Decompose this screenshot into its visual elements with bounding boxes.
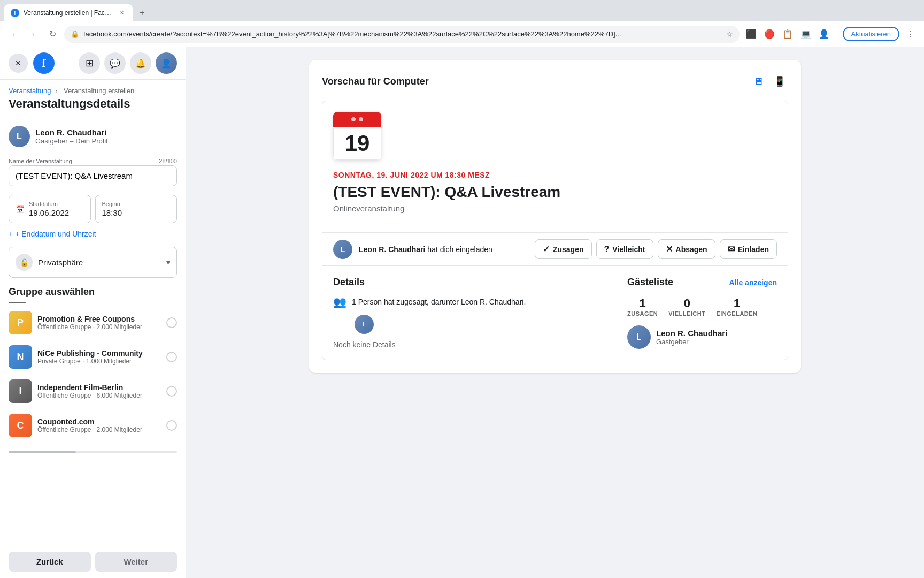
back-button[interactable]: ‹ [6, 27, 21, 42]
breadcrumb-current: Veranstaltung erstellen [64, 87, 134, 95]
page-title: Veranstaltungsdetails [0, 95, 186, 119]
preview-view-icons: 🖥 📱 [750, 73, 788, 90]
toolbar-actions: ⬛ 🔴 📋 💻 👤 Aktualisieren ⋮ [744, 27, 918, 42]
reload-button[interactable]: ↻ [45, 27, 60, 42]
group-name-coupon: Couponted.com [37, 417, 161, 426]
event-details-row: Details 👥 1 Person hat zugesagt, darunte… [322, 266, 788, 360]
tab-favicon: f [11, 9, 19, 17]
group-name-promotion: Promotion & Free Coupons [37, 315, 161, 323]
privacy-text: Privatsphäre [38, 258, 161, 267]
show-all-link[interactable]: Alle anzeigen [729, 278, 777, 287]
guest-panel-title: Gästeliste [627, 277, 673, 288]
host-bar-avatar: L [333, 240, 352, 259]
back-button[interactable]: Zurück [9, 552, 91, 572]
guest-panel-header: Gästeliste Alle anzeigen [627, 277, 777, 288]
radio-coupon[interactable] [166, 420, 177, 431]
main-layout: × f ⊞ 💬 🔔 👤 [0, 47, 924, 578]
event-name-label: Name der Veranstaltung [9, 158, 72, 164]
start-date-field[interactable]: 📅 Startdatum 19.06.2022 [9, 195, 91, 223]
einladen-button[interactable]: ✉ Einladen [720, 239, 777, 259]
zusagen-button[interactable]: ✓ Zusagen [535, 239, 592, 259]
host-bar-text: Leon R. Chaudhari hat dich eingeladen [359, 245, 528, 254]
checkmark-icon: ✓ [543, 244, 550, 254]
end-date-label: + Enddatum und Uhrzeit [15, 230, 96, 238]
host-info: L Leon R. Chaudhari Gastgeber – Dein Pro… [0, 119, 186, 154]
radio-nice[interactable] [166, 352, 177, 362]
extensions-icon[interactable]: 🔴 [762, 27, 777, 42]
event-preview-card: 19 SONNTAG, 19. JUNI 2022 UM 18:30 MESZ … [322, 101, 788, 360]
next-button[interactable]: Weiter [95, 552, 178, 572]
desktop-view-btn[interactable]: 🖥 [750, 73, 767, 90]
plus-icon: + [9, 230, 13, 238]
browser-tab-bar: f Veranstaltung erstellen | Face... × + [0, 0, 924, 21]
guest-panel: Gästeliste Alle anzeigen 1 ZUSAGEN 0 VIE… [627, 277, 777, 349]
event-type: Onlineveranstaltung [333, 204, 777, 213]
preview-title: Vorschau für Computer [322, 76, 429, 87]
preview-header: Vorschau für Computer 🖥 📱 [322, 73, 788, 90]
grid-icon-btn[interactable]: ⊞ [79, 52, 100, 74]
radio-promotion[interactable] [166, 317, 177, 328]
menu-icon[interactable]: ⋮ [903, 27, 918, 42]
new-tab-button[interactable]: + [135, 5, 150, 20]
eingeladen-stat: 1 EINGELADEN [716, 296, 757, 317]
scroll-indicator [9, 451, 177, 453]
tab-close-btn[interactable]: × [118, 9, 126, 17]
vielleicht-button[interactable]: ? Vielleicht [596, 239, 653, 259]
calendar-icon-top [333, 112, 381, 127]
guest-stats: 1 ZUSAGEN 0 VIELLEICHT 1 EINGELADEN [627, 296, 777, 317]
screenshot-icon[interactable]: ⬛ [744, 27, 759, 42]
host-avatar: L [9, 126, 30, 147]
details-panel: Details 👥 1 Person hat zugesagt, darunte… [333, 277, 617, 349]
group-name-film: Independent Film-Berlin [37, 383, 161, 392]
start-time-value: 18:30 [102, 208, 171, 217]
guest-name: Leon R. Chaudhari [656, 329, 727, 338]
zusagen-label: ZUSAGEN [627, 310, 658, 317]
group-thumbnail-coupon: C [9, 414, 32, 437]
radio-film[interactable] [166, 386, 177, 397]
event-info-section: SONNTAG, 19. JUNI 2022 UM 18:30 MESZ (TE… [322, 171, 788, 232]
profile-switcher-icon[interactable]: 📋 [780, 27, 795, 42]
mobile-view-btn[interactable]: 📱 [771, 73, 788, 90]
question-icon: ? [604, 245, 610, 254]
group-item-promotion[interactable]: P Promotion & Free Coupons Öffentliche G… [0, 306, 186, 340]
group-select-title: Gruppe auswählen [0, 282, 186, 300]
breadcrumb-link-event[interactable]: Veranstaltung [9, 87, 51, 95]
browser-toolbar: ‹ › ↻ 🔒 facebook.com/events/create/?acon… [0, 21, 924, 47]
start-date-label: Startdatum [29, 201, 69, 207]
notification-icon: 🔔 [135, 58, 146, 69]
group-thumbnail-film: I [9, 379, 32, 403]
group-meta-promotion: Öffentliche Gruppe · 2.000 Mitglieder [37, 323, 161, 331]
forward-button[interactable]: › [26, 27, 41, 42]
start-time-label: Beginn [102, 201, 171, 207]
messenger-icon: 💬 [110, 58, 120, 69]
guest-role: Gastgeber [656, 338, 727, 346]
action-buttons: ✓ Zusagen ? Vielleicht ✕ Absagen ✉ [535, 239, 777, 259]
start-date-value: 19.06.2022 [29, 208, 69, 217]
eingeladen-num: 1 [716, 296, 757, 310]
calendar-icon: 📅 [16, 205, 25, 214]
address-bar[interactable]: 🔒 facebook.com/events/create/?acontext=%… [64, 26, 740, 43]
group-item-coupon[interactable]: C Couponted.com Öffentliche Gruppe · 2.0… [0, 408, 186, 443]
update-button[interactable]: Aktualisieren [843, 27, 899, 41]
messenger-icon-btn[interactable]: 💬 [104, 52, 126, 74]
privacy-dropdown[interactable]: 🔒 Privatsphäre ▾ [9, 247, 177, 278]
start-time-field[interactable]: Beginn 18:30 [95, 195, 178, 223]
details-person-row: 👥 1 Person hat zugesagt, darunter Leon R… [333, 295, 617, 308]
vielleicht-num: 0 [668, 296, 705, 310]
group-item-film[interactable]: I Independent Film-Berlin Öffentliche Gr… [0, 374, 186, 408]
event-name-input[interactable] [9, 165, 177, 186]
group-item-nice[interactable]: N NiCe Publishing - Community Private Gr… [0, 340, 186, 374]
toolbar-divider [837, 29, 837, 40]
browser-tab-active[interactable]: f Veranstaltung erstellen | Face... × [4, 4, 133, 21]
breadcrumb: Veranstaltung › Veranstaltung erstellen [0, 80, 186, 95]
group-meta-nice: Private Gruppe · 1.000 Mitglieder [37, 358, 161, 365]
grid-icon: ⊞ [86, 57, 94, 69]
tab-title: Veranstaltung erstellen | Face... [24, 9, 113, 17]
cast-icon[interactable]: 💻 [798, 27, 813, 42]
profile-icon[interactable]: 👤 [817, 27, 831, 42]
close-button[interactable]: × [9, 54, 28, 73]
end-date-link[interactable]: + + Enddatum und Uhrzeit [0, 227, 186, 242]
absagen-button[interactable]: ✕ Absagen [658, 239, 715, 259]
notification-icon-btn[interactable]: 🔔 [130, 52, 151, 74]
profile-icon-btn[interactable]: 👤 [156, 52, 177, 74]
